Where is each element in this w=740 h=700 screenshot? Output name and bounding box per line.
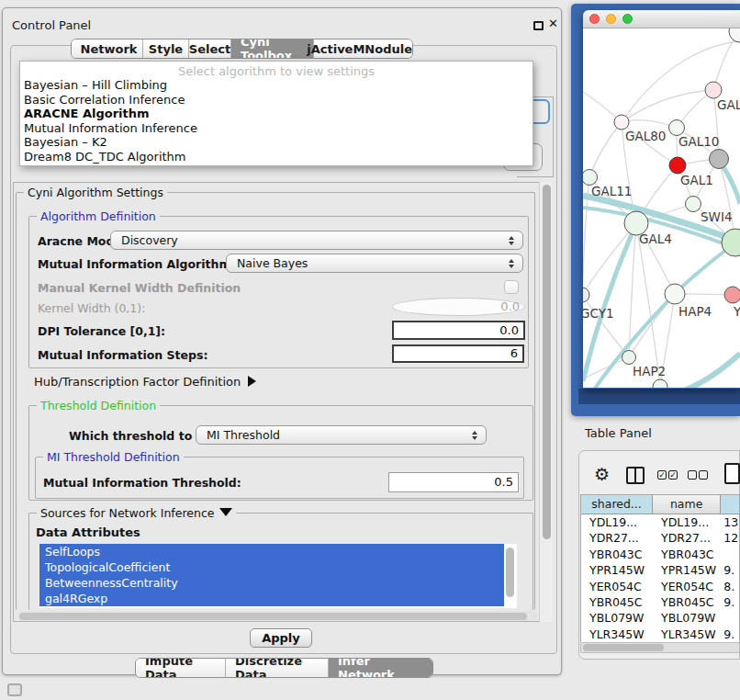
node-gal10[interactable] [669, 120, 685, 136]
table-header: shared... name [581, 495, 739, 514]
tab-network[interactable]: Network [72, 40, 143, 58]
table-cell[interactable]: YBR045C [581, 594, 653, 610]
minimize-traffic-light[interactable] [606, 14, 616, 24]
kernel-width-field[interactable]: 0.0 [392, 298, 525, 316]
table-row[interactable]: YBR045C YBR045C 9. [581, 594, 739, 610]
table-cell[interactable]: YDR27... [653, 530, 721, 546]
tab-jactivemnodules[interactable]: jActiveMNodules [314, 40, 412, 58]
network-canvas[interactable]: GAL GAL80 GAL10 GAL1 GAL11 SWI4 GAL4 GCY… [583, 28, 740, 388]
table-cell[interactable]: YPR145W [653, 562, 721, 578]
tab-infer-network[interactable]: Infer Network [329, 659, 432, 677]
algorithm-option-selected[interactable]: ARACNE Algorithm [20, 107, 533, 121]
apply-button[interactable]: Apply [250, 628, 312, 648]
table-cell[interactable]: YDL19... [581, 514, 653, 530]
table-cell[interactable]: 13 [721, 514, 739, 530]
table-row[interactable]: YLR345W YLR345W 9. [581, 627, 739, 642]
mi-steps-field[interactable]: 6 [392, 344, 524, 363]
checked-checkbox-icon[interactable]: ✓ [668, 470, 678, 480]
scrollbar-thumb[interactable] [583, 644, 664, 651]
zoom-traffic-light[interactable] [622, 14, 633, 24]
which-threshold-combobox[interactable]: MI Threshold [196, 425, 487, 445]
unchecked-checkbox-icon[interactable] [699, 470, 708, 480]
node-gal1-red[interactable] [669, 157, 686, 174]
scrollbar-thumb[interactable] [543, 185, 551, 539]
table-row[interactable]: YDL19... YDL19... 13 [581, 514, 739, 530]
table-cell[interactable]: YDL19... [653, 514, 721, 530]
unchecked-checkbox-icon[interactable] [688, 470, 697, 480]
table-cell[interactable]: 12 [721, 530, 739, 546]
export-table-icon[interactable] [724, 463, 740, 484]
table-row[interactable]: YDR27... YDR27... 12 [581, 530, 739, 546]
node-gcy1[interactable] [583, 288, 589, 302]
table-cell[interactable]: 9. [721, 627, 739, 642]
hub-factor-expander[interactable]: Hub/Transcription Factor Definition [34, 375, 256, 389]
aracne-mode-combobox[interactable]: Discovery [110, 231, 523, 250]
columns-icon[interactable] [626, 467, 645, 484]
list-item[interactable]: gal4RGexp [39, 591, 504, 606]
close-traffic-light[interactable] [589, 14, 600, 24]
list-item[interactable]: SelfLoops [39, 544, 504, 559]
node-salmon[interactable] [724, 287, 740, 303]
list-item[interactable]: TopologicalCoefficient [39, 559, 504, 575]
node-swi4[interactable] [686, 197, 701, 212]
settings-horizontal-scrollbar[interactable] [17, 611, 537, 621]
table-cell[interactable]: YER054C [581, 579, 653, 594]
table-row[interactable]: YBL079W YBL079W [581, 610, 739, 626]
algorithm-option[interactable]: Dream8 DC_TDC Algorithm [20, 150, 533, 164]
dpi-tolerance-field[interactable]: 0.0 [392, 321, 525, 340]
table-cell[interactable]: 8. [721, 579, 739, 594]
table-cell[interactable]: YBL079W [653, 610, 721, 626]
tab-discretize-data[interactable]: Discretize Data [226, 659, 329, 677]
top-tab-bar: Network Style Select Cyni Toolbox jActiv… [71, 39, 413, 59]
settings-vertical-scrollbar[interactable] [539, 182, 553, 622]
table-cell[interactable]: YPR145W [581, 562, 653, 578]
close-icon[interactable]: ✕ [548, 17, 558, 30]
table-cell[interactable]: 9. [721, 594, 739, 610]
table-cell[interactable] [721, 547, 739, 562]
gear-icon[interactable]: ⚙ [594, 464, 610, 484]
table-row[interactable]: YPR145W YPR145W 9. [581, 562, 739, 578]
node-gray[interactable] [710, 150, 729, 169]
table-row[interactable]: YER054C YER054C 8. [581, 579, 739, 594]
mi-algorithm-type-combobox[interactable]: Naive Bayes [226, 254, 523, 273]
mi-threshold-field[interactable]: 0.5 [388, 472, 519, 492]
node-gal11[interactable] [583, 170, 598, 186]
tab-impute-data[interactable]: Impute Data [136, 659, 226, 677]
checked-checkbox-icon[interactable]: ✓ [657, 470, 667, 480]
float-window-icon[interactable] [533, 21, 544, 30]
list-item[interactable]: BetweennessCentrality [39, 575, 504, 591]
tab-cyni-toolbox[interactable]: Cyni Toolbox [231, 40, 314, 58]
algorithm-option[interactable]: Bayesian – K2 [20, 135, 533, 150]
table-cell[interactable]: YER054C [653, 579, 721, 594]
list-vertical-scrollbar[interactable] [506, 548, 514, 597]
table-row[interactable]: YBR043C YBR043C [581, 547, 739, 562]
algorithm-option[interactable]: Mutual Information Inference [20, 121, 533, 136]
table-cell[interactable]: YBR043C [653, 547, 721, 562]
node-gal80[interactable] [614, 115, 629, 130]
column-header[interactable]: shared... [581, 495, 653, 514]
manual-kernel-width-checkbox[interactable] [504, 280, 519, 294]
table-horizontal-scrollbar[interactable] [580, 642, 740, 653]
algorithm-option[interactable]: Basic Correlation Inference [20, 93, 533, 107]
network-nodes[interactable] [583, 28, 740, 388]
node-gal-pink[interactable] [705, 82, 722, 98]
column-header[interactable] [721, 495, 739, 514]
algorithm-option[interactable]: Bayesian – Hill Climbing [20, 78, 533, 93]
table-cell[interactable]: YBL079W [581, 610, 653, 626]
node-top-right[interactable] [729, 28, 740, 42]
node-hap4[interactable] [665, 284, 685, 304]
node-hap2[interactable] [622, 351, 636, 365]
table-cell[interactable]: YDR27... [581, 530, 653, 546]
table-cell[interactable]: YBR045C [653, 594, 721, 610]
table-cell[interactable]: YBR043C [581, 547, 653, 562]
tab-select[interactable]: Select [189, 40, 231, 58]
table-cell[interactable]: YLR345W [581, 627, 653, 642]
table-cell[interactable] [721, 610, 739, 626]
scrollbar-thumb[interactable] [19, 613, 527, 620]
minimized-panel-icon[interactable] [7, 683, 22, 696]
table-cell[interactable]: YLR345W [653, 627, 721, 642]
column-header[interactable]: name [653, 495, 721, 514]
node-bottom[interactable] [653, 379, 667, 388]
tab-style[interactable]: Style [143, 40, 189, 58]
table-cell[interactable]: 9. [721, 562, 739, 578]
